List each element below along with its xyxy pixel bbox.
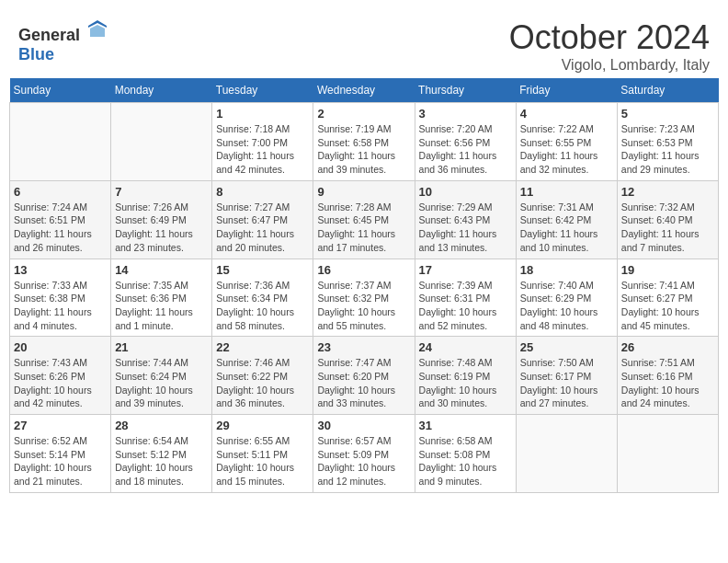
location-title: Vigolo, Lombardy, Italy: [509, 57, 710, 74]
calendar-cell: 12Sunrise: 7:32 AMSunset: 6:40 PMDayligh…: [617, 180, 718, 259]
day-info: Sunrise: 6:52 AMSunset: 5:14 PMDaylight:…: [14, 434, 107, 488]
month-title: October 2024: [509, 18, 710, 57]
calendar-cell: 1Sunrise: 7:18 AMSunset: 7:00 PMDaylight…: [212, 103, 313, 181]
day-info: Sunrise: 6:54 AMSunset: 5:12 PMDaylight:…: [115, 434, 208, 488]
calendar-header-monday: Monday: [111, 78, 212, 103]
calendar-cell: 8Sunrise: 7:27 AMSunset: 6:47 PMDaylight…: [212, 180, 313, 259]
day-number: 27: [14, 419, 107, 432]
day-number: 7: [115, 185, 208, 199]
day-number: 4: [520, 107, 613, 121]
calendar-week-2: 6Sunrise: 7:24 AMSunset: 6:51 PMDaylight…: [10, 180, 719, 259]
day-info: Sunrise: 7:47 AMSunset: 6:20 PMDaylight:…: [317, 356, 410, 410]
calendar-cell: 19Sunrise: 7:41 AMSunset: 6:27 PMDayligh…: [617, 259, 718, 337]
page-header: General Blue October 2024 Vigolo, Lombar…: [9, 9, 719, 78]
day-info: Sunrise: 7:27 AMSunset: 6:47 PMDaylight:…: [216, 201, 309, 255]
day-number: 30: [317, 419, 410, 432]
day-info: Sunrise: 7:26 AMSunset: 6:49 PMDaylight:…: [115, 201, 208, 255]
calendar-week-3: 13Sunrise: 7:33 AMSunset: 6:38 PMDayligh…: [10, 259, 719, 337]
calendar-week-1: 1Sunrise: 7:18 AMSunset: 7:00 PMDaylight…: [10, 103, 719, 181]
calendar-cell: 31Sunrise: 6:58 AMSunset: 5:08 PMDayligh…: [415, 415, 516, 493]
calendar-cell: 30Sunrise: 6:57 AMSunset: 5:09 PMDayligh…: [313, 415, 415, 493]
day-info: Sunrise: 7:41 AMSunset: 6:27 PMDaylight:…: [621, 279, 714, 333]
calendar-cell: 23Sunrise: 7:47 AMSunset: 6:20 PMDayligh…: [313, 337, 415, 415]
calendar-week-5: 27Sunrise: 6:52 AMSunset: 5:14 PMDayligh…: [10, 415, 719, 493]
calendar-cell: 6Sunrise: 7:24 AMSunset: 6:51 PMDaylight…: [10, 180, 111, 259]
calendar-cell: 7Sunrise: 7:26 AMSunset: 6:49 PMDaylight…: [111, 180, 212, 259]
day-info: Sunrise: 7:22 AMSunset: 6:55 PMDaylight:…: [520, 122, 613, 177]
day-info: Sunrise: 7:36 AMSunset: 6:34 PMDaylight:…: [216, 279, 309, 333]
calendar-cell: [10, 103, 111, 181]
calendar-header-wednesday: Wednesday: [313, 78, 415, 103]
day-number: 29: [216, 419, 309, 432]
day-info: Sunrise: 7:44 AMSunset: 6:24 PMDaylight:…: [115, 356, 208, 410]
day-number: 13: [14, 263, 107, 277]
day-number: 17: [419, 263, 512, 277]
day-info: Sunrise: 7:37 AMSunset: 6:32 PMDaylight:…: [317, 279, 410, 333]
calendar-cell: 24Sunrise: 7:48 AMSunset: 6:19 PMDayligh…: [415, 337, 516, 415]
day-info: Sunrise: 7:24 AMSunset: 6:51 PMDaylight:…: [14, 201, 107, 255]
day-info: Sunrise: 7:48 AMSunset: 6:19 PMDaylight:…: [419, 356, 512, 410]
calendar-cell: 25Sunrise: 7:50 AMSunset: 6:17 PMDayligh…: [516, 337, 617, 415]
day-info: Sunrise: 6:55 AMSunset: 5:11 PMDaylight:…: [216, 434, 309, 488]
day-number: 10: [419, 185, 512, 199]
day-number: 6: [14, 185, 107, 199]
day-number: 14: [115, 263, 208, 277]
day-number: 12: [621, 185, 714, 199]
calendar-cell: 10Sunrise: 7:29 AMSunset: 6:43 PMDayligh…: [415, 180, 516, 259]
day-number: 25: [520, 340, 613, 354]
logo-icon: [86, 18, 108, 40]
calendar-cell: 20Sunrise: 7:43 AMSunset: 6:26 PMDayligh…: [10, 337, 111, 415]
day-info: Sunrise: 6:58 AMSunset: 5:08 PMDaylight:…: [419, 434, 512, 488]
calendar-cell: 22Sunrise: 7:46 AMSunset: 6:22 PMDayligh…: [212, 337, 313, 415]
calendar-cell: 13Sunrise: 7:33 AMSunset: 6:38 PMDayligh…: [10, 259, 111, 337]
day-number: 5: [621, 107, 714, 121]
day-info: Sunrise: 7:33 AMSunset: 6:38 PMDaylight:…: [14, 279, 107, 333]
day-info: Sunrise: 7:39 AMSunset: 6:31 PMDaylight:…: [419, 279, 512, 333]
day-info: Sunrise: 7:32 AMSunset: 6:40 PMDaylight:…: [621, 201, 714, 255]
day-info: Sunrise: 7:18 AMSunset: 7:00 PMDaylight:…: [216, 122, 309, 177]
calendar-cell: 16Sunrise: 7:37 AMSunset: 6:32 PMDayligh…: [313, 259, 415, 337]
calendar-cell: 3Sunrise: 7:20 AMSunset: 6:56 PMDaylight…: [415, 103, 516, 181]
day-number: 15: [216, 263, 309, 277]
calendar-header-thursday: Thursday: [415, 78, 516, 103]
logo-content: General Blue: [18, 18, 108, 64]
day-number: 23: [317, 340, 410, 354]
calendar-cell: [516, 415, 617, 493]
day-number: 24: [419, 340, 512, 354]
logo-general: General: [18, 26, 80, 44]
title-section: October 2024 Vigolo, Lombardy, Italy: [509, 18, 710, 74]
calendar-cell: 17Sunrise: 7:39 AMSunset: 6:31 PMDayligh…: [415, 259, 516, 337]
day-info: Sunrise: 6:57 AMSunset: 5:09 PMDaylight:…: [317, 434, 410, 488]
calendar-header-friday: Friday: [516, 78, 617, 103]
calendar-cell: 18Sunrise: 7:40 AMSunset: 6:29 PMDayligh…: [516, 259, 617, 337]
day-number: 3: [419, 107, 512, 121]
calendar-header-tuesday: Tuesday: [212, 78, 313, 103]
calendar-cell: 29Sunrise: 6:55 AMSunset: 5:11 PMDayligh…: [212, 415, 313, 493]
calendar-week-4: 20Sunrise: 7:43 AMSunset: 6:26 PMDayligh…: [10, 337, 719, 415]
day-number: 9: [317, 185, 410, 199]
day-info: Sunrise: 7:31 AMSunset: 6:42 PMDaylight:…: [520, 201, 613, 255]
calendar-cell: 15Sunrise: 7:36 AMSunset: 6:34 PMDayligh…: [212, 259, 313, 337]
day-number: 20: [14, 340, 107, 354]
calendar-cell: 14Sunrise: 7:35 AMSunset: 6:36 PMDayligh…: [111, 259, 212, 337]
calendar-cell: 9Sunrise: 7:28 AMSunset: 6:45 PMDaylight…: [313, 180, 415, 259]
day-number: 11: [520, 185, 613, 199]
calendar-cell: 4Sunrise: 7:22 AMSunset: 6:55 PMDaylight…: [516, 103, 617, 181]
day-number: 1: [216, 107, 309, 121]
calendar-cell: 27Sunrise: 6:52 AMSunset: 5:14 PMDayligh…: [10, 415, 111, 493]
logo-blue: Blue: [18, 45, 54, 63]
calendar-cell: 28Sunrise: 6:54 AMSunset: 5:12 PMDayligh…: [111, 415, 212, 493]
day-number: 2: [317, 107, 410, 121]
calendar-table: SundayMondayTuesdayWednesdayThursdayFrid…: [9, 78, 719, 493]
calendar-cell: 11Sunrise: 7:31 AMSunset: 6:42 PMDayligh…: [516, 180, 617, 259]
day-number: 21: [115, 340, 208, 354]
day-number: 18: [520, 263, 613, 277]
calendar-header-row: SundayMondayTuesdayWednesdayThursdayFrid…: [10, 78, 719, 103]
day-info: Sunrise: 7:40 AMSunset: 6:29 PMDaylight:…: [520, 279, 613, 333]
day-info: Sunrise: 7:43 AMSunset: 6:26 PMDaylight:…: [14, 356, 107, 410]
calendar-cell: 26Sunrise: 7:51 AMSunset: 6:16 PMDayligh…: [617, 337, 718, 415]
day-number: 28: [115, 419, 208, 432]
day-number: 22: [216, 340, 309, 354]
day-number: 8: [216, 185, 309, 199]
day-number: 16: [317, 263, 410, 277]
